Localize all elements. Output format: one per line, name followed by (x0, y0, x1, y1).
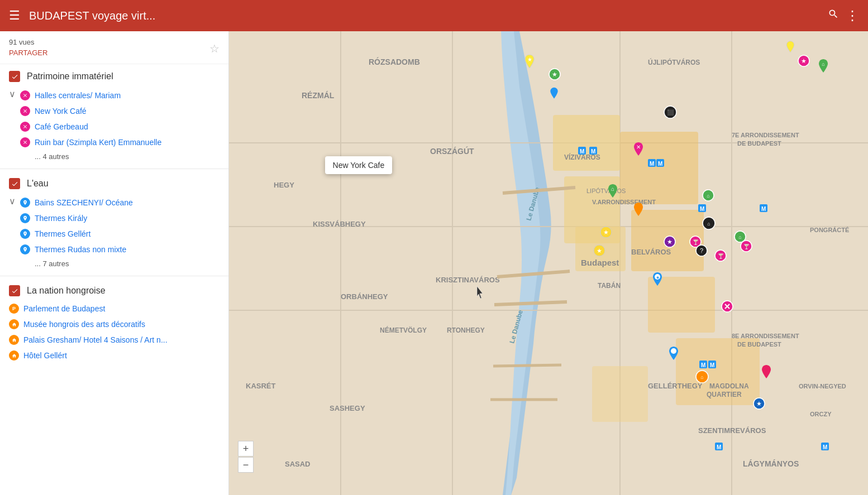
map-pin-pink-x[interactable] (721, 300, 733, 315)
svg-text:⌂: ⌂ (700, 374, 703, 380)
sidebar: 91 vues PARTAGER ☆ Patrimoine immatériel… (0, 31, 229, 495)
map-pin-orange[interactable] (632, 203, 645, 223)
map-pin-green-circle-mid[interactable]: ⌂ (734, 230, 746, 245)
nation-icon-0: P (9, 304, 19, 314)
divider-1 (0, 169, 228, 169)
patrimoine-more[interactable]: ... 4 autres (20, 150, 228, 165)
svg-text:⬛: ⬛ (667, 109, 674, 116)
eau-icon-0 (20, 198, 30, 208)
zoom-in-button[interactable]: + (238, 441, 254, 456)
nation-items-container: P Parlement de Budapest Musée hongrois d… (0, 301, 228, 363)
map-pin[interactable]: ★ (549, 68, 561, 83)
svg-text:⌂: ⌂ (738, 234, 741, 240)
map-pin-question[interactable]: ? (695, 244, 708, 259)
menu-icon[interactable]: ☰ (9, 8, 20, 23)
map-pin-pink-drop-right[interactable] (760, 365, 773, 385)
map-pin-yellow-2[interactable]: ★ (593, 244, 605, 259)
map-pin[interactable]: ★ (523, 55, 536, 75)
list-item[interactable]: Bains SZECHENYI/ Océane (20, 195, 228, 210)
nation-list: P Parlement de Budapest Musée hongrois d… (9, 301, 228, 363)
section-eau-checkbox[interactable] (9, 178, 20, 189)
eau-icon-1 (20, 213, 30, 223)
section-nation: La nation hongroise P Parlement de Budap… (0, 278, 228, 363)
section-patrimoine-title: Patrimoine immatériel (27, 71, 113, 81)
section-nation-header: La nation hongroise (0, 278, 228, 301)
eau-items-container: ∨ Bains SZECHENYI/ Océane Th (0, 194, 228, 273)
star-icon[interactable]: ☆ (209, 42, 220, 55)
section-patrimoine-header: Patrimoine immatériel (0, 64, 228, 86)
list-item[interactable]: Thermes Rudas non mixte (20, 242, 228, 257)
patrimoine-items-container: ∨ Halles centrales/ Mariam N (0, 86, 228, 166)
section-eau-title: L'eau (27, 179, 49, 189)
svg-text:★: ★ (527, 56, 532, 63)
map-pin-pink-2[interactable]: 🍸 (714, 249, 727, 264)
svg-text:⌂: ⌂ (822, 61, 825, 67)
map-pin-blue-star-right[interactable]: ★ (753, 397, 765, 412)
map-pin-blue-drop-lower[interactable] (667, 347, 680, 367)
svg-text:🍸: 🍸 (718, 253, 724, 259)
map-pin-green-home[interactable]: ⌂ (702, 189, 714, 204)
list-item[interactable]: Palais Gresham/ Hotel 4 Saisons / Art n.… (9, 332, 228, 348)
more-options-icon[interactable]: ⋮ (846, 8, 859, 23)
svg-text:★: ★ (667, 238, 673, 245)
share-button[interactable]: PARTAGER (9, 46, 47, 59)
list-item[interactable]: Ruin bar (Szimpla Kert) Emmanuelle (20, 134, 228, 150)
svg-text:⌂: ⌂ (611, 186, 614, 192)
svg-text:★: ★ (597, 247, 602, 254)
nation-icon-3 (9, 350, 19, 361)
patrimoine-item-label-0: Halles centrales/ Mariam (35, 91, 121, 100)
list-item[interactable]: New York Café (20, 103, 228, 119)
search-icon[interactable] (828, 8, 839, 23)
map-pin-pink-drop[interactable]: ✕ (632, 142, 645, 162)
nation-item-label-3: Hôtel Gellért (23, 351, 67, 360)
map-pin-purple[interactable]: ★ (664, 236, 676, 250)
section-nation-checkbox[interactable] (9, 285, 20, 296)
patrimoine-icon-2 (20, 122, 30, 132)
nation-item-label-0: Parlement de Budapest (23, 304, 105, 313)
map-pin-yellow-drop-right[interactable] (785, 41, 796, 59)
list-item[interactable]: Hôtel Gellért (9, 348, 228, 363)
eau-more[interactable]: ... 7 autres (20, 257, 228, 272)
nation-item-label-2: Palais Gresham/ Hotel 4 Saisons / Art n.… (23, 335, 168, 344)
list-item[interactable]: Halles centrales/ Mariam (20, 88, 228, 103)
map-pin-blue-star[interactable]: ★ (651, 272, 664, 292)
zoom-out-button[interactable]: − (238, 457, 254, 473)
map-pin-green-home-right[interactable]: ⌂ (817, 59, 830, 79)
app-header: ☰ BUDAPEST voyage virt... ⋮ (0, 0, 868, 31)
page-title: BUDAPEST voyage virt... (29, 9, 819, 22)
nation-item-label-1: Musée hongrois des arts décoratifs (23, 320, 145, 329)
map-pin-yellow-1[interactable]: ★ (600, 226, 612, 241)
map-pin-orange-home[interactable]: ⌂ (695, 370, 709, 386)
svg-text:⌂: ⌂ (707, 193, 709, 199)
map-pin-pink-star-right[interactable]: ★ (798, 55, 810, 69)
eau-item-label-1: Thermes Király (35, 214, 87, 223)
map-pins-layer: ★ ★ New York Cafe ⌂ (229, 31, 868, 495)
eau-collapse-icon[interactable]: ∨ (9, 196, 16, 206)
list-item[interactable]: Café Gerbeaud (20, 119, 228, 134)
svg-text:★: ★ (552, 71, 557, 78)
map-pin-black[interactable]: ⬛ (664, 105, 677, 121)
eau-item-label-2: Thermes Gellért (35, 229, 90, 238)
list-item[interactable]: P Parlement de Budapest (9, 301, 228, 316)
list-item[interactable]: Musée hongrois des arts décoratifs (9, 316, 228, 332)
eau-toggle: ∨ Bains SZECHENYI/ Océane Th (9, 194, 228, 273)
map-pin-home-green[interactable]: ⌂ (606, 184, 619, 204)
main-content: 91 vues PARTAGER ☆ Patrimoine immatériel… (0, 31, 868, 495)
map-container[interactable]: RÉZMÁL RÓZSADOMB ÚJLIPÓTVÁROS HEGY KISSV… (229, 31, 868, 495)
patrimoine-collapse-icon[interactable]: ∨ (9, 89, 16, 99)
patrimoine-icon-0 (20, 90, 30, 100)
eau-icon-3 (20, 244, 30, 254)
svg-text:⌂: ⌂ (707, 221, 710, 227)
section-patrimoine-checkbox[interactable] (9, 71, 20, 82)
map-pin[interactable] (549, 87, 560, 105)
svg-text:★: ★ (603, 229, 609, 236)
list-item[interactable]: Thermes Gellért (20, 226, 228, 242)
map-zoom-controls: + − (238, 441, 254, 473)
section-nation-title: La nation hongroise (27, 286, 106, 296)
svg-text:?: ? (700, 247, 703, 254)
svg-text:✕: ✕ (636, 144, 641, 150)
map-pin-black-home[interactable]: ⌂ (702, 217, 716, 232)
svg-text:★: ★ (656, 275, 660, 280)
patrimoine-item-label-1: New York Café (35, 107, 87, 116)
list-item[interactable]: Thermes Király (20, 210, 228, 226)
